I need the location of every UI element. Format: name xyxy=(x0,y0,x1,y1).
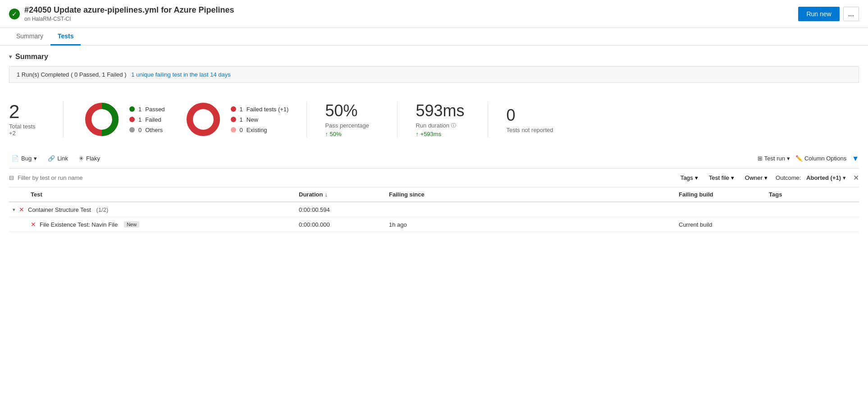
sub-fail-icon: ✕ xyxy=(31,221,36,228)
bug-chevron-icon: ▾ xyxy=(34,155,37,162)
new-dot xyxy=(231,117,236,122)
test-file-filter[interactable]: Test file ▾ xyxy=(706,173,737,183)
owner-filter[interactable]: Owner ▾ xyxy=(742,173,770,183)
legend-new-label: New xyxy=(247,116,258,123)
filter-left: ⊟ xyxy=(9,174,108,181)
legend-new-count: 1 xyxy=(240,116,243,123)
passed-failed-donut xyxy=(82,99,122,140)
flaky-icon: ✳ xyxy=(79,155,84,162)
fail-icon: ✕ xyxy=(19,206,24,213)
divider-2 xyxy=(306,101,307,137)
sub-test-failing-since: 1h ago xyxy=(389,221,679,228)
total-tests-block: 2 Total tests +2 xyxy=(9,102,45,137)
filter-input[interactable] xyxy=(18,174,108,181)
outcome-chevron-icon: ▾ xyxy=(843,174,846,181)
link-button[interactable]: 🔗 Link xyxy=(45,153,71,164)
passed-failed-legend: 1 Passed 1 Failed 0 Others xyxy=(129,106,165,133)
header-left: ✓ #24050 Update azure-pipelines.yml for … xyxy=(9,5,234,22)
content: ▾ Summary 1 Run(s) Completed ( 0 Passed,… xyxy=(0,46,868,239)
tab-tests[interactable]: Tests xyxy=(50,28,81,46)
success-icon: ✓ xyxy=(9,9,20,19)
run-new-button[interactable]: Run new xyxy=(798,7,839,21)
collapse-chevron[interactable]: ▾ xyxy=(9,54,12,60)
header-right: Run new ... xyxy=(798,7,859,21)
test-run-button[interactable]: ⊞ Test run ▾ xyxy=(758,155,790,162)
new-badge: New xyxy=(124,221,139,228)
legend-failed: 1 Failed xyxy=(129,116,165,123)
svg-point-6 xyxy=(193,110,213,129)
flaky-button[interactable]: ✳ Flaky xyxy=(76,153,103,164)
legend-others-label: Others xyxy=(145,127,163,133)
svg-point-3 xyxy=(92,110,112,129)
toolbar-left: 📄 Bug ▾ 🔗 Link ✳ Flaky xyxy=(9,153,103,164)
section-header: ▾ Summary xyxy=(9,53,859,61)
legend-failed-tests-count: 1 xyxy=(240,106,243,113)
pass-percentage-label: Pass percentage xyxy=(325,122,379,129)
test-count: (1/2) xyxy=(95,206,108,213)
legend-failed-count: 1 xyxy=(138,116,142,123)
legend-passed-count: 1 xyxy=(138,106,142,113)
failing-tests-link[interactable]: 1 unique failing test in the last 14 day… xyxy=(131,71,230,78)
expand-button[interactable]: ▾ xyxy=(13,207,15,213)
section-title: Summary xyxy=(15,53,48,61)
divider-3 xyxy=(397,101,397,137)
run-duration-block: 593ms Run duration ⓘ ↑ +593ms xyxy=(416,101,470,137)
outcome-value: Aborted (+1) xyxy=(806,174,841,181)
header-subtitle: on HalaRM-CST-CI xyxy=(24,16,234,22)
more-options-button[interactable]: ... xyxy=(843,7,859,21)
tags-filter[interactable]: Tags ▾ xyxy=(677,173,700,183)
test-run-chevron-icon: ▾ xyxy=(787,155,790,162)
passed-dot xyxy=(129,106,135,112)
legend-passed: 1 Passed xyxy=(129,106,165,113)
run-duration-label: Run duration ⓘ xyxy=(416,122,470,129)
toolbar-right: ⊞ Test run ▾ ✏️ Column Options ▼ xyxy=(758,155,859,163)
page-title: #24050 Update azure-pipelines.yml for Az… xyxy=(24,5,234,15)
filter-icon[interactable]: ▼ xyxy=(852,155,859,163)
tab-summary[interactable]: Summary xyxy=(9,28,50,46)
close-filter-button[interactable]: ✕ xyxy=(853,173,859,182)
legend-failed-tests-label: Failed tests (+1) xyxy=(247,106,289,113)
legend-others: 0 Others xyxy=(129,127,165,133)
stats-container: 2 Total tests +2 1 xyxy=(9,90,859,149)
owner-chevron-icon: ▾ xyxy=(764,174,767,181)
column-options-button[interactable]: ✏️ Column Options xyxy=(795,155,846,162)
toolbar: 📄 Bug ▾ 🔗 Link ✳ Flaky ⊞ Test run ▾ ✏️ C… xyxy=(9,149,859,169)
outcome-filter: Outcome: Aborted (+1) ▾ xyxy=(776,174,846,181)
total-tests-plus: +2 xyxy=(9,130,45,137)
col-header-test: Test xyxy=(9,191,299,198)
pass-percentage-value: 50% xyxy=(325,101,379,120)
tests-not-reported-value: 0 xyxy=(506,106,560,125)
legend-others-count: 0 xyxy=(138,127,142,133)
bug-button[interactable]: 📄 Bug ▾ xyxy=(9,153,40,164)
run-duration-change: ↑ +593ms xyxy=(416,131,470,137)
info-banner: 1 Run(s) Completed ( 0 Passed, 1 Failed … xyxy=(9,66,859,83)
filter-right: Tags ▾ Test file ▾ Owner ▾ Outcome: Abor… xyxy=(677,173,859,183)
test-file-chevron-icon: ▾ xyxy=(731,174,734,181)
col-header-tags: Tags xyxy=(769,191,859,198)
tests-not-reported-label: Tests not reported xyxy=(506,127,560,133)
legend-new: 1 New xyxy=(231,116,289,123)
col-header-duration[interactable]: Duration ↓ xyxy=(299,191,389,198)
sub-test-failing-build: Current build xyxy=(679,221,769,228)
passed-failed-donut-section: 1 Passed 1 Failed 0 Others xyxy=(82,99,165,140)
failed-breakdown-donut-section: 1 Failed tests (+1) 1 New 0 Existing xyxy=(183,99,289,140)
run-duration-value: 593ms xyxy=(416,101,470,120)
sub-table-row: ✕ File Existence Test: Navin File New 0:… xyxy=(9,217,859,232)
sub-test-duration: 0:00:00.000 xyxy=(299,221,389,228)
failed-dot xyxy=(129,117,135,122)
legend-passed-label: Passed xyxy=(145,106,164,113)
col-header-failing-build: Failing build xyxy=(679,191,769,198)
tags-chevron-icon: ▾ xyxy=(695,174,698,181)
failed-breakdown-legend: 1 Failed tests (+1) 1 New 0 Existing xyxy=(231,106,289,133)
header-title-block: #24050 Update azure-pipelines.yml for Az… xyxy=(24,5,234,22)
existing-dot xyxy=(231,127,236,132)
tests-not-reported-block: 0 Tests not reported xyxy=(506,106,560,133)
failed-tests-dot xyxy=(231,106,236,112)
bug-icon: 📄 xyxy=(12,155,19,162)
legend-existing-label: Existing xyxy=(247,127,267,133)
test-table: Test Duration ↓ Failing since Failing bu… xyxy=(9,187,859,232)
sort-icon: ↓ xyxy=(324,191,328,198)
run-duration-info-icon[interactable]: ⓘ xyxy=(451,122,456,129)
legend-existing: 0 Existing xyxy=(231,127,289,133)
divider-4 xyxy=(488,101,488,137)
